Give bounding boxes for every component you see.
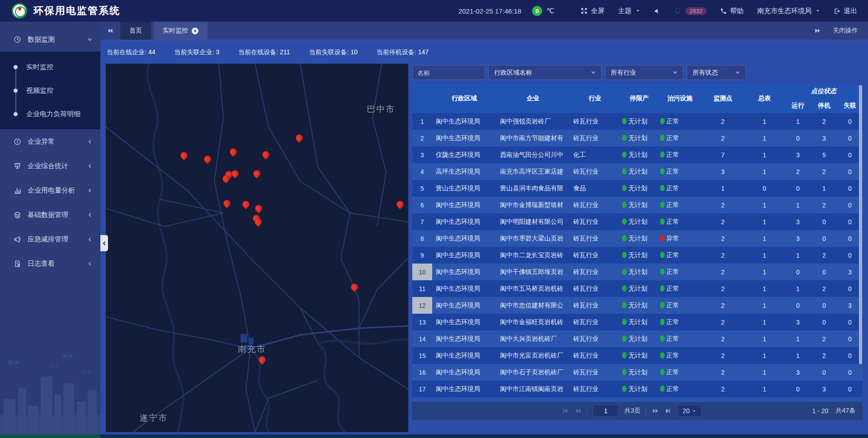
stat-item: 当前失联企业:3	[174, 48, 219, 57]
sidebar-item[interactable]: 企业异常	[0, 129, 100, 154]
table-row[interactable]: 7阆中生态环境局阆中明阳建材有限公司砖瓦行业无计划正常21300	[412, 213, 863, 230]
name-filter-input[interactable]	[412, 65, 485, 80]
row-index: 15	[412, 347, 432, 364]
sidebar-item[interactable]: 基础数据管理	[0, 203, 100, 227]
table-row[interactable]: 16阆中生态环境局阆中市石子页岩机砖厂砖瓦行业无计划正常21300	[412, 364, 863, 381]
tabs-scroll-left-icon[interactable]	[107, 27, 114, 34]
theme-dropdown[interactable]: 主题	[618, 7, 640, 15]
help-button[interactable]: 帮助	[720, 7, 744, 15]
prev-page-icon[interactable]	[574, 407, 581, 414]
industry-select[interactable]: 所有行业	[605, 65, 684, 80]
chevron-left-icon	[87, 212, 92, 217]
table-row[interactable]: 9阆中生态环境局阆中市二龙长宝页岩砖砖瓦行业无计划正常21120	[412, 247, 863, 264]
sidebar-subitem[interactable]: 企业电力负荷明细	[0, 102, 100, 126]
sidebar-collapse-button[interactable]	[100, 235, 108, 251]
table-row[interactable]: 10阆中生态环境局阆中千佛镇五郎垭页岩砖瓦行业无计划正常21003	[412, 264, 863, 280]
logout-button[interactable]: 退出	[834, 7, 857, 15]
cell-region: 阆中生态环境局	[432, 297, 496, 314]
status-dot	[660, 202, 665, 208]
status-dot	[660, 235, 665, 241]
row-index: 18	[412, 397, 432, 402]
cell-monitor-points: 2	[702, 330, 744, 347]
cell-run: 1	[785, 113, 811, 130]
table-scrollbar[interactable]	[859, 85, 862, 401]
sidebar-item[interactable]: 数据监测	[0, 27, 100, 52]
sidebar-item[interactable]: 企业综合统计	[0, 154, 100, 178]
cell-industry: 砖瓦行业	[570, 247, 620, 264]
cell-facility: 正常	[658, 297, 702, 314]
scrollbar-thumb[interactable]	[859, 85, 862, 364]
close-tab-icon[interactable]: ×	[192, 28, 198, 34]
cell-total-meter: 1	[744, 280, 785, 297]
table-row[interactable]: 2阆中生态环境局阆中市南方节能建材有砖瓦行业无计划正常21030	[412, 130, 863, 146]
next-page-icon[interactable]	[652, 407, 659, 414]
first-page-icon[interactable]	[561, 407, 569, 414]
cell-company: 阆中市江南镇阆南页岩	[496, 381, 570, 397]
region-select[interactable]: 行政区域名称	[488, 65, 602, 80]
table-row[interactable]: 18南部生态环境局南部县建材有限公司建材加工无计划正常50050	[412, 397, 863, 402]
cell-total-meter: 1	[744, 230, 785, 247]
sidebar-subitem[interactable]: 实时监控	[0, 55, 100, 79]
cell-stop-limit: 无计划	[620, 230, 658, 247]
row-index: 9	[412, 247, 432, 264]
clock-icon	[14, 36, 21, 43]
sidebar-subitem-label: 实时监控	[26, 63, 53, 71]
notification-bell[interactable]: 2632	[674, 7, 707, 15]
cell-facility: 正常	[658, 113, 702, 130]
status-select[interactable]: 所有状态	[687, 65, 746, 80]
sidebar-subitem[interactable]: 视频监控	[0, 79, 100, 102]
cell-total-meter: 1	[744, 146, 785, 163]
sidebar-item[interactable]: 日志查看	[0, 251, 100, 276]
table-row[interactable]: 11阆中生态环境局阆中市五马桥页岩机砖砖瓦行业无计划正常21120	[412, 280, 863, 297]
cell-industry: 砖瓦行业	[570, 130, 620, 146]
tabs-scroll-right-icon[interactable]	[814, 27, 821, 34]
page-size-select[interactable]: 20	[677, 405, 702, 417]
divider	[646, 407, 646, 415]
tab-active[interactable]: 实时监控×	[154, 22, 208, 40]
chevron-left-icon	[87, 164, 92, 169]
table-row[interactable]: 15阆中生态环境局阆中市光富页岩机砖厂砖瓦行业无计划正常21120	[412, 347, 863, 364]
cell-monitor-points: 7	[702, 146, 744, 163]
sidebar-item-label: 企业异常	[28, 137, 55, 146]
close-operations-button[interactable]: 关闭操作	[833, 27, 858, 35]
last-page-icon[interactable]	[665, 407, 672, 414]
stat-value: 44	[148, 48, 156, 56]
map-city-label: 巴中市	[367, 104, 395, 115]
table-row[interactable]: 14阆中生态环境局阆中大兴页岩机砖厂砖瓦行业无计划正常21120	[412, 330, 863, 347]
table-row[interactable]: 12阆中生态环境局阆中市忠信建材有限公砖瓦行业无计划正常21003	[412, 297, 863, 314]
sidebar: 数据监测实时监控视频监控企业电力负荷明细企业异常企业综合统计企业用电量分析基础数…	[0, 22, 100, 438]
cell-stop-limit: 无计划	[620, 314, 658, 330]
cell-company: 南充市高坪区王家店建	[496, 163, 570, 180]
org-dropdown[interactable]: 南充市生态环境局	[757, 7, 820, 15]
sidebar-item[interactable]: 企业用电量分析	[0, 178, 100, 203]
cell-monitor-points: 2	[702, 381, 744, 397]
cell-stopped: 5	[811, 397, 837, 402]
table-row[interactable]: 5营山生态环境局营山县润丰肉食品有限食品无计划正常10010	[412, 180, 863, 197]
cell-monitor-points: 3	[702, 163, 744, 180]
enterprise-table: 行政区域企业行业停限产治污设施监测点总表点位状态运行停机失联 1阆中生态环境局阆…	[412, 84, 863, 402]
tab-label: 首页	[129, 27, 142, 35]
map-canvas[interactable]: 巴中市南充市遂宁市	[106, 64, 408, 432]
page-number-input[interactable]	[593, 405, 619, 417]
table-row[interactable]: 13阆中生态环境局阆中市金福旺页岩机砖砖瓦行业无计划正常21300	[412, 314, 863, 330]
tab-item[interactable]: 首页	[120, 22, 151, 40]
table-row[interactable]: 17阆中生态环境局阆中市江南镇阆南页岩砖瓦行业无计划正常21030	[412, 381, 863, 397]
mute-button[interactable]	[654, 8, 660, 14]
table-row[interactable]: 6阆中生态环境局阆中市金博瑞新型墙材砖瓦行业无计划正常21120	[412, 197, 863, 213]
cell-run: 0	[785, 397, 811, 402]
table-row[interactable]: 4高坪生态环境局南充市高坪区王家店建砖瓦行业无计划正常31220	[412, 163, 863, 180]
table-row[interactable]: 3仪陇生态环境局西南油气田分公司川中化工无计划正常71350	[412, 146, 863, 163]
table-row[interactable]: 1阆中生态环境局阆中强锐页岩砖厂砖瓦行业无计划正常21120	[412, 113, 863, 130]
cell-stop-limit: 无计划	[620, 163, 658, 180]
status-dot	[622, 369, 627, 375]
cell-total-meter: 1	[744, 381, 785, 397]
document-gear-icon	[14, 260, 21, 268]
sidebar-item-label: 基础数据管理	[28, 211, 68, 219]
cell-stopped: 3	[811, 130, 837, 146]
sidebar-item[interactable]: 应急减排管理	[0, 227, 100, 251]
cell-stop-limit: 无计划	[620, 180, 658, 197]
cell-stopped: 2	[811, 330, 837, 347]
fullscreen-button[interactable]: 全屏	[580, 7, 604, 15]
row-index: 6	[412, 197, 432, 213]
table-row[interactable]: 8阆中生态环境局阆中市枣碧大梁山页岩砖瓦行业无计划异常21300	[412, 230, 863, 247]
